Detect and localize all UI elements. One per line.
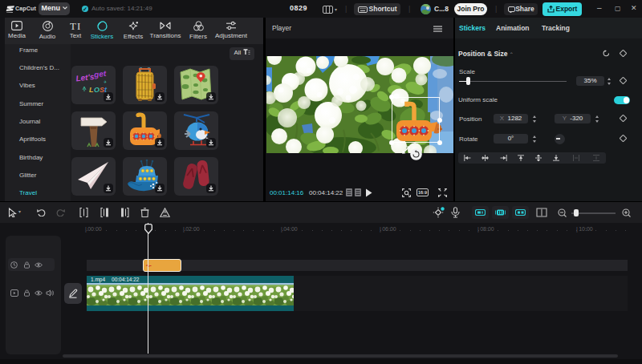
svg-text:get: get (93, 69, 108, 79)
svg-text:L: L (89, 86, 94, 94)
svg-text:Let's: Let's (75, 72, 95, 83)
svg-text:I: I (77, 21, 80, 30)
svg-text:T: T (70, 21, 76, 30)
svg-text:✈: ✈ (104, 79, 107, 84)
svg-text:O: O (94, 86, 100, 94)
